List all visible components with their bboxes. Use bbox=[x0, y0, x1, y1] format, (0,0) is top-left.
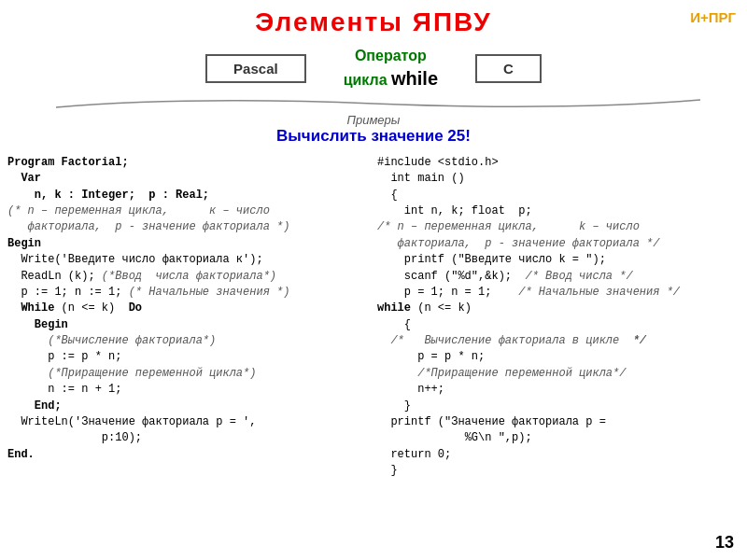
pascal-program: Program Factorial; Var n, k : Integer; p… bbox=[7, 156, 209, 202]
pascal-code-col: Program Factorial; Var n, k : Integer; p… bbox=[7, 155, 370, 480]
c-comment3: /* Начальные значения */ bbox=[518, 286, 680, 299]
pascal-end2: End. bbox=[7, 448, 35, 461]
code-area: Program Factorial; Var n, k : Integer; p… bbox=[0, 149, 747, 480]
examples-section: Примеры Вычислить значение 25! bbox=[0, 113, 747, 146]
pascal-do: Do bbox=[129, 301, 142, 315]
top-right-label: И+ПРГ bbox=[690, 9, 736, 25]
nav-middle: Оператор цикла while bbox=[306, 47, 475, 91]
c-box[interactable]: C bbox=[475, 54, 542, 83]
operator-label: Оператор bbox=[344, 47, 438, 66]
pascal-while: While bbox=[21, 301, 54, 315]
pascal-comment2: (*Ввод числа факториала*) bbox=[102, 270, 276, 283]
c-comment5: /*Приращение переменной цикла*/ bbox=[417, 367, 626, 380]
c-while: while bbox=[377, 301, 411, 315]
pascal-comment1: (* n – переменная цикла, к – число факто… bbox=[7, 204, 289, 233]
pascal-comment5: (*Приращение переменной цикла*) bbox=[48, 367, 256, 380]
c-comment1: /* n – переменная цикла, k – число факто… bbox=[377, 220, 659, 249]
pascal-comment3: (* Начальные значения *) bbox=[129, 286, 290, 299]
pascal-comment4: (*Вычисление факториала*) bbox=[48, 334, 216, 347]
examples-title: Вычислить значение 25! bbox=[0, 127, 747, 146]
while-keyword: while bbox=[391, 68, 438, 89]
c-comment2: /* Ввод числа */ bbox=[525, 270, 632, 283]
pascal-box[interactable]: Pascal bbox=[205, 54, 306, 83]
nav-row: Pascal Оператор цикла while C bbox=[0, 41, 747, 92]
pascal-end: End; bbox=[35, 399, 62, 413]
cycle-text: цикла bbox=[344, 72, 391, 88]
cycle-label: цикла while bbox=[344, 66, 438, 91]
header: Элементы ЯПВУ И+ПРГ bbox=[0, 0, 747, 41]
pascal-begin: Begin bbox=[7, 237, 41, 250]
curve-divider bbox=[0, 94, 747, 111]
pascal-begin2: Begin bbox=[35, 318, 68, 331]
examples-label: Примеры bbox=[0, 113, 747, 127]
page-number: 13 bbox=[715, 533, 734, 553]
c-comment4: /* Вычисление факториала в цикле */ bbox=[390, 334, 646, 347]
main-title: Элементы ЯПВУ bbox=[0, 7, 747, 37]
c-code-col: #include <stdio.h> int main () { int n, … bbox=[377, 155, 740, 480]
